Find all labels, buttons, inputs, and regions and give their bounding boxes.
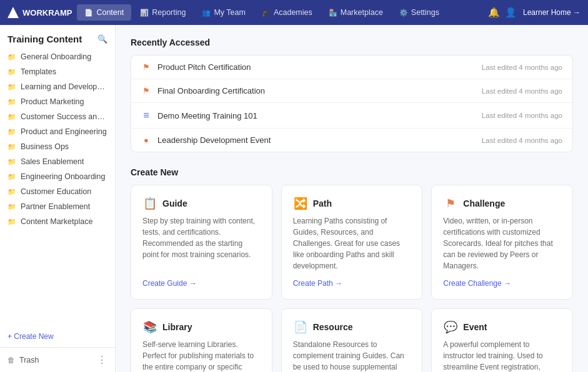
sidebar-item-engineering-onboarding[interactable]: 📁 Engineering Onboarding xyxy=(2,169,112,184)
folder-icon: 📁 xyxy=(7,203,16,211)
recent-item-time: Last edited 4 months ago xyxy=(482,64,562,71)
recent-item-final-onboarding[interactable]: ⚑ Final Onboarding Certification Last ed… xyxy=(131,79,572,103)
create-challenge-button[interactable]: Create Challenge → xyxy=(443,279,561,288)
sidebar-item-label: Product and Engineering xyxy=(21,127,107,136)
folder-icon: 📁 xyxy=(7,53,16,61)
recent-item-left: ≡ Demo Meeting Training 101 xyxy=(141,110,257,121)
settings-icon: ⚙️ xyxy=(399,9,408,17)
learner-home-link[interactable]: Learner Home → xyxy=(523,8,581,17)
sidebar-item-customer-education[interactable]: 📁 Customer Education xyxy=(2,184,112,199)
sidebar-create-new[interactable]: + Create New xyxy=(0,326,115,347)
main-layout: Training Content 🔍 📁 General Onboarding … xyxy=(0,25,588,372)
nav-tab-myteam[interactable]: 👥 My Team xyxy=(194,4,252,21)
folder-icon: 📁 xyxy=(7,218,16,226)
sidebar-item-customer-success[interactable]: 📁 Customer Success and Supp... xyxy=(2,109,112,124)
sidebar-item-learning-development[interactable]: 📁 Learning and Development xyxy=(2,79,112,94)
card-title-library: Library xyxy=(162,322,192,332)
recent-item-demo-meeting[interactable]: ≡ Demo Meeting Training 101 Last edited … xyxy=(131,103,572,129)
sidebar-item-business-ops[interactable]: 📁 Business Ops xyxy=(2,139,112,154)
flag-icon: ⚑ xyxy=(141,86,151,95)
sidebar-footer: 🗑 Trash ⋮ xyxy=(0,347,115,372)
sidebar-item-label: Business Ops xyxy=(21,142,69,151)
sidebar-item-label: Engineering Onboarding xyxy=(21,172,106,181)
folder-icon: 📁 xyxy=(7,173,16,181)
guide-icon: 📋 xyxy=(142,197,157,210)
folder-icon: 📁 xyxy=(7,68,16,76)
folder-icon: 📁 xyxy=(7,188,16,196)
card-header-resource: 📄 Resource xyxy=(293,320,411,334)
sidebar-item-general-onboarding[interactable]: 📁 General Onboarding xyxy=(2,49,112,64)
logo-text: WORKRAMP xyxy=(22,8,72,17)
folder-icon: 📁 xyxy=(7,158,16,166)
sidebar-item-label: Customer Success and Supp... xyxy=(21,112,107,121)
recent-item-leadership-event[interactable]: ● Leadership Development Event Last edit… xyxy=(131,129,572,152)
notification-icon[interactable]: 🔔 xyxy=(488,7,500,18)
main-content: Recently Accessed ⚑ Product Pitch Certif… xyxy=(116,25,588,372)
card-title-guide: Guide xyxy=(162,198,187,208)
nav-tab-academies[interactable]: 🎓 Academies xyxy=(254,4,320,21)
sidebar-items: 📁 General Onboarding 📁 Templates 📁 Learn… xyxy=(0,49,115,326)
nav-tabs: 📄 Content 📊 Reporting 👥 My Team 🎓 Academ… xyxy=(77,4,488,21)
create-guide-button[interactable]: Create Guide → xyxy=(142,279,261,288)
card-header-path: 🔀 Path xyxy=(293,197,411,210)
content-icon: 📄 xyxy=(84,9,93,17)
event-icon: ● xyxy=(141,135,151,145)
recent-item-name: Leadership Development Event xyxy=(157,135,271,145)
nav-right: 🔔 👤 Learner Home → xyxy=(488,7,581,18)
logo[interactable]: WORKRAMP xyxy=(7,7,72,18)
sidebar-search-icon[interactable]: 🔍 xyxy=(97,34,107,44)
sidebar-item-sales-enablement[interactable]: 📁 Sales Enablement xyxy=(2,154,112,169)
folder-icon: 📁 xyxy=(7,128,16,136)
card-description-event: A powerful complement to instructor led … xyxy=(443,339,561,372)
recent-item-time: Last edited 4 months ago xyxy=(482,137,562,144)
user-icon[interactable]: 👤 xyxy=(505,7,517,18)
recent-item-name: Final Onboarding Certification xyxy=(157,86,265,95)
card-description-guide: Step by step training with content, test… xyxy=(142,215,261,272)
create-new-grid: 📋 Guide Step by step training with conte… xyxy=(131,185,573,372)
sidebar-item-label: Customer Education xyxy=(21,187,91,196)
sidebar-item-label: Sales Enablement xyxy=(21,157,84,166)
event-icon: 💬 xyxy=(443,320,458,334)
myteam-icon: 👥 xyxy=(202,9,211,17)
create-card-library: 📚 Library Self-serve learning Libraries.… xyxy=(131,308,272,372)
marketplace-icon: 🏪 xyxy=(329,9,337,17)
create-card-resource: 📄 Resource Standalone Resources to compl… xyxy=(281,308,423,372)
recently-accessed-list: ⚑ Product Pitch Certification Last edite… xyxy=(131,55,573,152)
challenge-icon: ⚑ xyxy=(443,197,458,210)
card-description-path: Learning Paths consisting of Guides, Res… xyxy=(293,215,411,272)
recent-item-time: Last edited 4 months ago xyxy=(482,112,562,119)
flag-icon: ⚑ xyxy=(141,62,151,72)
card-header-challenge: ⚑ Challenge xyxy=(443,197,561,210)
card-description-challenge: Video, written, or in-person certificati… xyxy=(443,215,561,272)
sidebar-item-content-marketplace[interactable]: 📁 Content Marketplace xyxy=(2,214,112,229)
sidebar-item-label: Learning and Development xyxy=(21,82,107,91)
create-path-button[interactable]: Create Path → xyxy=(293,279,411,288)
trash-icon: 🗑 xyxy=(7,356,15,365)
nav-tab-settings[interactable]: ⚙️ Settings xyxy=(392,4,447,21)
sidebar-header: Training Content 🔍 xyxy=(0,25,115,49)
more-options-icon[interactable]: ⋮ xyxy=(97,354,107,366)
card-title-path: Path xyxy=(313,198,332,208)
folder-icon: 📁 xyxy=(7,98,16,106)
sidebar-item-label: General Onboarding xyxy=(21,52,91,61)
nav-tab-content[interactable]: 📄 Content xyxy=(77,4,131,21)
card-header-event: 💬 Event xyxy=(443,320,561,334)
nav-tab-marketplace[interactable]: 🏪 Marketplace xyxy=(321,4,391,21)
recent-item-product-pitch[interactable]: ⚑ Product Pitch Certification Last edite… xyxy=(131,56,572,79)
nav-tab-reporting[interactable]: 📊 Reporting xyxy=(132,4,193,21)
resource-icon: 📄 xyxy=(293,320,308,334)
sidebar-item-label: Product Marketing xyxy=(21,97,84,106)
sidebar-item-product-marketing[interactable]: 📁 Product Marketing xyxy=(2,94,112,109)
create-card-challenge: ⚑ Challenge Video, written, or in-person… xyxy=(431,185,573,300)
sidebar-item-templates[interactable]: 📁 Templates xyxy=(2,64,112,79)
sidebar-item-partner-enablement[interactable]: 📁 Partner Enablement xyxy=(2,199,112,214)
sidebar-item-label: Partner Enablement xyxy=(21,202,90,211)
trash-link[interactable]: 🗑 Trash xyxy=(7,356,39,365)
top-nav: WORKRAMP 📄 Content 📊 Reporting 👥 My Team… xyxy=(0,0,588,25)
create-card-path: 🔀 Path Learning Paths consisting of Guid… xyxy=(281,185,423,300)
sidebar-item-label: Templates xyxy=(21,67,56,76)
recent-item-left: ⚑ Final Onboarding Certification xyxy=(141,86,265,95)
card-header-guide: 📋 Guide xyxy=(142,197,261,210)
sidebar-item-product-engineering[interactable]: 📁 Product and Engineering xyxy=(2,124,112,139)
folder-icon: 📁 xyxy=(7,83,16,91)
